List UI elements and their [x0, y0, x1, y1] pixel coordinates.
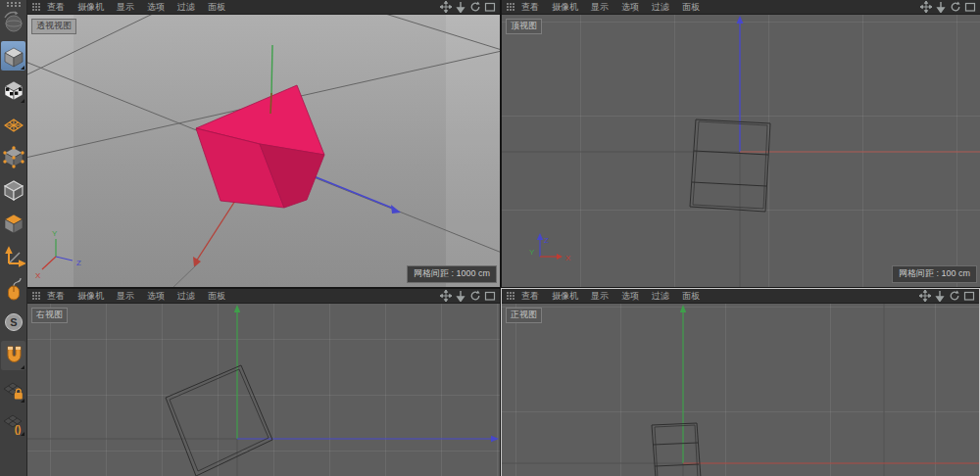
mouse-move-icon[interactable] [1, 274, 25, 304]
menubar-grip-icon[interactable] [32, 3, 41, 11]
menu-cameras[interactable]: 摄像机 [552, 1, 578, 14]
menu-panel[interactable]: 面板 [682, 290, 700, 303]
toggle-fullscreen-icon[interactable] [484, 290, 496, 302]
solo-glyph: S [10, 316, 17, 328]
viewport-canvas-top[interactable]: Z X Y 顶视图 网格间距 : 100 cm [502, 15, 980, 287]
cube-object[interactable] [196, 85, 324, 208]
axis-gizmo: Z X Y [529, 233, 571, 262]
scene-front [502, 304, 979, 476]
zoom-view-icon[interactable] [455, 1, 466, 13]
texture-mode-icon[interactable] [1, 74, 25, 104]
enable-axis-icon[interactable] [1, 241, 25, 270]
cube-wireframe[interactable] [652, 423, 701, 476]
menu-display[interactable]: 显示 [591, 290, 609, 303]
menu-cameras[interactable]: 摄像机 [552, 290, 578, 303]
points-mode-icon[interactable] [1, 141, 25, 170]
grid-spacing-chip: 网格间距 : 100 cm [892, 265, 977, 283]
viewport-front-active: 查看 摄像机 显示 选项 过滤 面板 [501, 288, 980, 476]
zoom-view-icon[interactable] [934, 290, 946, 302]
menu-display[interactable]: 显示 [591, 1, 609, 14]
viewport-solo-icon[interactable]: S [1, 308, 25, 337]
cube-wireframe[interactable] [166, 365, 272, 476]
svg-text:X: X [565, 254, 571, 262]
pan-view-icon[interactable] [440, 290, 452, 302]
menu-panel[interactable]: 面板 [208, 290, 225, 303]
svg-text:X: X [35, 271, 41, 280]
pan-view-icon[interactable] [440, 1, 452, 13]
svg-text:Y: Y [52, 229, 58, 238]
paren-glyph: () [14, 424, 21, 435]
rotate-view-icon[interactable] [949, 290, 960, 302]
menu-cameras[interactable]: 摄像机 [77, 290, 104, 303]
workplane-mode-icon[interactable] [1, 108, 25, 137]
model-mode-icon[interactable] [1, 41, 25, 71]
menu-filter[interactable]: 过滤 [177, 290, 195, 303]
menu-filter[interactable]: 过滤 [652, 290, 669, 303]
menu-options[interactable]: 选项 [621, 290, 639, 303]
menu-view[interactable]: 查看 [521, 290, 539, 303]
polygons-mode-icon[interactable] [1, 208, 25, 237]
scene-top: Z X Y [502, 15, 980, 287]
menu-view[interactable]: 查看 [47, 1, 65, 14]
make-editable-icon[interactable] [1, 8, 25, 37]
viewport-canvas-front[interactable]: 正视图 [502, 304, 979, 476]
menu-filter[interactable]: 过滤 [652, 1, 669, 14]
workplane-interactive-icon[interactable]: () [1, 407, 25, 437]
viewport-label: 透视视图 [31, 19, 76, 34]
grid-spacing-chip: 网格间距 : 1000 cm [407, 265, 497, 283]
menu-options[interactable]: 选项 [147, 1, 165, 14]
menu-panel[interactable]: 面板 [682, 1, 700, 14]
enable-snap-icon[interactable] [1, 341, 25, 370]
viewport-canvas-right[interactable]: 右视图 [27, 304, 500, 476]
zoom-view-icon[interactable] [935, 1, 947, 13]
workplane-lock-icon[interactable] [1, 374, 25, 404]
zoom-view-icon[interactable] [455, 290, 466, 302]
menu-view[interactable]: 查看 [521, 1, 539, 14]
menu-view[interactable]: 查看 [47, 290, 65, 303]
axis-gizmo: Y X Z [35, 229, 81, 280]
menu-options[interactable]: 选项 [621, 1, 639, 14]
toggle-fullscreen-icon[interactable] [964, 1, 976, 13]
rotate-view-icon[interactable] [469, 290, 481, 302]
menubar-top: 查看 摄像机 显示 选项 过滤 面板 [502, 0, 980, 15]
menubar-grip-icon[interactable] [507, 292, 515, 300]
menu-cameras[interactable]: 摄像机 [77, 1, 104, 14]
scene-right [27, 304, 500, 476]
axis-y [271, 45, 272, 95]
scene-perspective: Y X Z [27, 15, 500, 287]
viewport-label: 正视图 [506, 308, 542, 323]
pan-view-icon[interactable] [919, 290, 931, 302]
toggle-fullscreen-icon[interactable] [484, 1, 496, 13]
pan-view-icon[interactable] [920, 1, 932, 13]
application-window: S [0, 0, 980, 476]
menubar-grip-icon[interactable] [507, 3, 515, 11]
viewport-right: 查看 摄像机 显示 选项 过滤 面板 [27, 289, 500, 476]
svg-text:Y: Y [529, 248, 535, 257]
svg-text:Z: Z [544, 236, 549, 245]
menubar-front: 查看 摄像机 显示 选项 过滤 面板 [502, 289, 979, 304]
rotate-view-icon[interactable] [950, 1, 961, 13]
rotate-view-icon[interactable] [469, 1, 481, 13]
menu-filter[interactable]: 过滤 [177, 1, 195, 14]
cube-wireframe[interactable] [690, 119, 770, 212]
menu-display[interactable]: 显示 [117, 1, 134, 14]
viewport-canvas-perspective[interactable]: Y X Z 透视视图 网格间距 : 1000 cm [27, 15, 500, 287]
svg-text:Z: Z [76, 259, 81, 267]
menubar-grip-icon[interactable] [32, 292, 41, 300]
viewport-perspective: 查看 摄像机 显示 选项 过滤 面板 [27, 0, 500, 287]
viewport-top: 查看 摄像机 显示 选项 过滤 面板 [502, 0, 980, 287]
viewport-label: 顶视图 [506, 19, 542, 34]
menu-panel[interactable]: 面板 [208, 1, 225, 14]
menubar-right: 查看 摄像机 显示 选项 过滤 面板 [27, 289, 500, 304]
menubar-perspective: 查看 摄像机 显示 选项 过滤 面板 [27, 0, 500, 15]
toggle-fullscreen-icon[interactable] [963, 290, 975, 302]
viewport-label: 右视图 [31, 308, 68, 323]
mode-toolbar: S [0, 0, 27, 476]
menu-display[interactable]: 显示 [117, 290, 134, 303]
toolbar-grip-icon[interactable] [7, 2, 21, 7]
menu-options[interactable]: 选项 [147, 290, 165, 303]
edges-mode-icon[interactable] [1, 174, 25, 204]
